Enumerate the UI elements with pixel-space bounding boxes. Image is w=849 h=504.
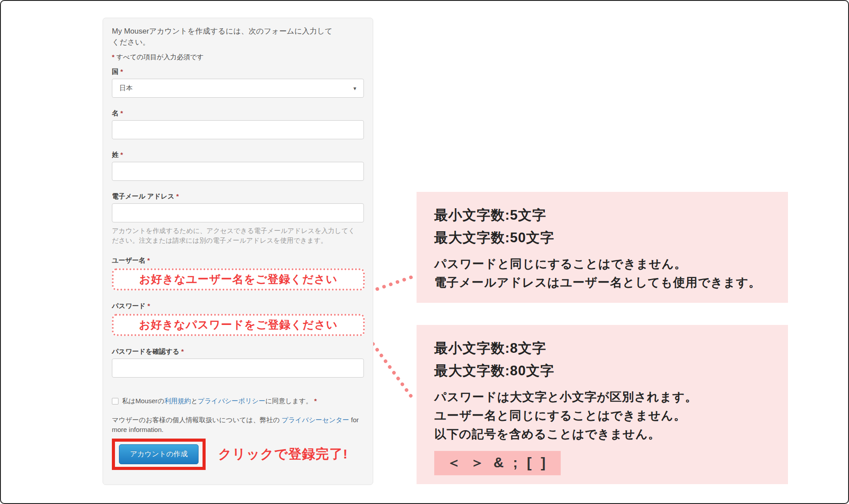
username-max-chars: 最大文字数:50文字 [434, 226, 770, 249]
password-rule-line: ユーザー名と同じにすることはできません。 [434, 407, 770, 425]
privacy-center-note: マウザーのお客様の個人情報取扱いについては、弊社の プライバシーセンター for… [112, 415, 359, 435]
password-min-chars: 最小文字数:8文字 [434, 337, 770, 359]
last-name-label: 姓 * [112, 151, 364, 159]
username-rules-callout: 最小文字数:5文字 最大文字数:50文字 パスワードと同じにすることはできません… [417, 192, 788, 303]
username-rule-line: パスワードと同じにすることはできません。 [434, 255, 770, 274]
submit-row: アカウントの作成 クリックで登録完了! [112, 439, 364, 470]
screenshot-frame: My Mouserアカウントを作成するには、次のフォームに入力してください。 *… [0, 0, 849, 504]
confirm-password-label: パスワードを確認する * [112, 347, 364, 356]
password-input-annotated[interactable]: お好きなパスワードをご登録ください [112, 314, 365, 336]
email-label: 電子メール アドレス * [112, 192, 364, 201]
last-name-input[interactable] [112, 162, 364, 181]
email-input[interactable] [112, 203, 364, 222]
password-max-chars: 最大文字数:80文字 [434, 359, 770, 382]
confirm-password-input[interactable] [112, 359, 364, 378]
privacy-center-link[interactable]: プライバシーセンター [282, 416, 349, 424]
create-account-button[interactable]: アカウントの作成 [119, 444, 199, 464]
forbidden-symbols-box: ＜ ＞ & ; [ ] [434, 451, 561, 475]
terms-agreement-text: 私はMouserの利用規約とプライバシーポリシーに同意します。 * [122, 397, 317, 405]
country-label: 国 * [112, 68, 364, 76]
privacy-policy-link[interactable]: プライバシーポリシー [198, 397, 265, 405]
password-label: パスワード * [112, 302, 364, 310]
first-name-label: 名 * [112, 109, 364, 118]
connector-password-callout [369, 338, 414, 400]
username-rule-line: 電子メールアドレスはユーザー名としても使用できます。 [434, 274, 770, 292]
password-rule-line: パスワードは大文字と小文字が区別されます。 [434, 388, 770, 407]
email-help-text: アカウントを作成するために、アクセスできる電子メールアドレスを入力してください。… [112, 226, 362, 245]
connector-username-callout [371, 276, 414, 291]
country-select[interactable]: 日本 ▼ [112, 79, 364, 98]
terms-link[interactable]: 利用規約 [164, 397, 191, 405]
submit-highlight-outline: アカウントの作成 [112, 439, 206, 470]
country-select-value: 日本 [119, 84, 133, 92]
first-name-input[interactable] [112, 120, 364, 139]
terms-checkbox[interactable] [112, 398, 119, 405]
required-fields-note: * すべての項目が入力必須です [112, 53, 364, 61]
forbidden-symbols-text: ＜ ＞ & ; [ ] [447, 453, 548, 473]
submit-annotation-text: クリックで登録完了! [218, 445, 348, 463]
username-label: ユーザー名 * [112, 256, 364, 265]
terms-agreement-row: 私はMouserの利用規約とプライバシーポリシーに同意します。 * [112, 397, 366, 405]
username-annotation-text: お好きなユーザー名をご登録ください [139, 272, 337, 286]
password-rule-line: 以下の記号を含めることはできません。 [434, 425, 770, 444]
password-annotation-text: お好きなパスワードをご登録ください [139, 317, 338, 332]
password-rules-callout: 最小文字数:8文字 最大文字数:80文字 パスワードは大文字と小文字が区別されま… [417, 325, 788, 484]
username-input-annotated[interactable]: お好きなユーザー名をご登録ください [112, 268, 365, 290]
form-intro-text: My Mouserアカウントを作成するには、次のフォームに入力してください。 [112, 26, 335, 48]
account-form-panel: My Mouserアカウントを作成するには、次のフォームに入力してください。 *… [103, 18, 373, 485]
username-min-chars: 最小文字数:5文字 [434, 204, 770, 226]
chevron-down-icon: ▼ [352, 86, 357, 91]
